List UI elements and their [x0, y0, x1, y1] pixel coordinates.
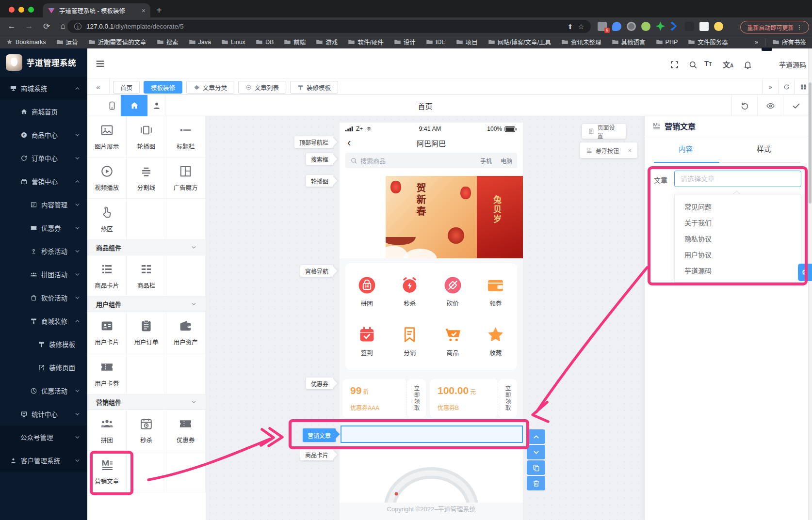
new-tab-button[interactable]: + [156, 4, 162, 16]
collapse-tabs-icon[interactable]: « [87, 79, 110, 95]
bookmark-folder[interactable]: Java [189, 38, 211, 46]
browser-menu-icon[interactable]: ⋮ [797, 24, 802, 31]
component-item[interactable]: 广告魔方 [166, 158, 206, 199]
dropdown-option[interactable]: 芋道源码 [675, 262, 801, 278]
float-button-setting[interactable]: 悬浮按钮 × [580, 142, 637, 158]
sidebar-item[interactable]: 装修模板 [0, 332, 87, 356]
share-icon[interactable]: ⬆ [568, 23, 573, 31]
bookmark-folder[interactable]: 运营 [56, 37, 78, 47]
grid-nav-item[interactable]: 商品 [431, 316, 474, 366]
sidebar-item[interactable]: 商城装修 [0, 309, 87, 332]
minimize-window-button[interactable] [18, 7, 24, 13]
browser-update-button[interactable]: 重新启动即可更新 ⋮ [740, 21, 809, 33]
component-label[interactable]: 宫格导航 [300, 265, 333, 277]
hamburger-icon[interactable] [95, 59, 105, 69]
scrollbar-thumb[interactable] [809, 82, 812, 204]
coupon-card[interactable]: 99折 优惠券AAA 立即领取 [342, 379, 426, 418]
product-card-component[interactable] [340, 448, 523, 503]
component-item[interactable]: 营销文章 [87, 451, 127, 492]
bookmark-folder[interactable]: 近期需要读的文章 [88, 37, 146, 47]
bookmark-folder[interactable]: IDE [426, 38, 446, 46]
bookmarks-overflow-icon[interactable]: » [755, 39, 758, 46]
all-bookmarks-button[interactable]: 所有书签 [772, 37, 806, 47]
search-icon[interactable] [688, 60, 698, 69]
bookmark-folder[interactable]: DB [256, 38, 274, 46]
extension-icon[interactable]: 6 [598, 22, 607, 31]
device-home-tab[interactable] [121, 95, 148, 116]
save-button[interactable] [783, 95, 809, 116]
component-label[interactable]: 搜索框 [306, 153, 333, 165]
close-icon[interactable]: × [628, 147, 632, 154]
copy-component-button[interactable] [527, 460, 545, 475]
extension-icon[interactable] [699, 22, 709, 31]
component-item[interactable]: 用户卡片 [87, 312, 127, 353]
page-tab[interactable]: 文章分类 [186, 81, 234, 94]
bookmark-folder[interactable]: 游戏 [316, 37, 338, 47]
bookmark-folder[interactable]: 其他语言 [612, 37, 646, 47]
bookmark-folder[interactable]: 设计 [394, 37, 416, 47]
coupon-claim-button[interactable]: 立即领取 [406, 379, 426, 418]
component-item[interactable]: 用户资产 [166, 312, 206, 353]
component-label[interactable]: 轮播图 [306, 175, 333, 187]
device-phone-tab[interactable] [104, 95, 121, 116]
extension-icon[interactable] [670, 22, 680, 31]
maximize-window-button[interactable] [28, 7, 34, 13]
emoji-extension-icon[interactable] [714, 22, 723, 31]
component-item[interactable]: 用户订单 [127, 312, 166, 353]
translate-icon[interactable]: 文A [723, 59, 733, 69]
grid-nav-item[interactable]: 收藏 [474, 316, 518, 366]
sidebar-item[interactable]: 商城系统 [0, 77, 87, 100]
site-info-icon[interactable]: i [74, 23, 81, 30]
sidebar-item[interactable]: 客户管理系统 [0, 449, 87, 472]
sidebar-item[interactable]: 内容管理 [0, 193, 87, 216]
grid-nav-item[interactable]: 签到 [345, 316, 389, 366]
page-tab[interactable]: 模板装修 [144, 81, 182, 94]
article-select-input[interactable] [674, 171, 801, 187]
reset-button[interactable] [731, 95, 757, 116]
move-up-button[interactable] [527, 429, 545, 444]
grid-nav-item[interactable]: 拼 拼团 [345, 267, 389, 316]
selected-article-component[interactable] [341, 425, 523, 443]
puzzle-extension-icon[interactable] [685, 22, 694, 31]
bookmark-folder[interactable]: 前端 [284, 37, 306, 47]
sidebar-item[interactable]: P 商品中心 [0, 123, 87, 146]
fullscreen-icon[interactable] [670, 60, 679, 69]
sidebar-item[interactable]: 拼团活动 [0, 263, 87, 286]
hot-keyword[interactable]: 手机 [480, 157, 492, 165]
gear-icon[interactable]: ⚙ [798, 264, 812, 281]
component-label[interactable]: 商品卡片 [300, 449, 333, 460]
grid-nav-item[interactable]: 分销 [389, 316, 432, 366]
bookmark-folder[interactable]: 软件/硬件 [348, 37, 383, 47]
address-bar[interactable]: i 127.0.0.1/diy/template/decorate/5 ⬆ ☆ [67, 20, 591, 33]
component-section-header[interactable]: 用户组件 [87, 297, 206, 312]
back-icon[interactable]: ← [6, 21, 17, 31]
component-item[interactable]: 秒杀 [127, 410, 166, 451]
sidebar-item[interactable]: 订单中心 [0, 146, 87, 170]
tab-style[interactable]: 样式 [757, 143, 771, 154]
font-size-icon[interactable]: TT [704, 59, 712, 67]
move-down-button[interactable] [527, 445, 545, 459]
component-section-header[interactable]: 营销组件 [87, 394, 206, 410]
component-item[interactable]: 分割线 [127, 158, 166, 199]
component-item[interactable]: 视频播放 [87, 158, 127, 199]
sidebar-item[interactable]: 优惠活动 [0, 379, 87, 402]
close-window-button[interactable] [9, 7, 15, 13]
reload-icon[interactable]: ⟳ [41, 21, 52, 32]
component-item[interactable]: 热区 [87, 199, 127, 240]
sidebar-item[interactable]: 统计中心 [0, 402, 87, 425]
component-label[interactable]: 营销文章 [303, 428, 336, 442]
page-settings-button[interactable]: 页面设置 [582, 124, 626, 139]
bookmark-star-icon[interactable]: ☆ [578, 23, 584, 31]
bell-icon[interactable] [743, 60, 752, 69]
component-item[interactable]: 拼团 [87, 410, 127, 451]
sidebar-item[interactable]: 秒杀活动 [0, 239, 87, 263]
bookmark-folder[interactable]: 资讯未整理 [561, 37, 601, 47]
sidebar-item[interactable]: 营销中心 [0, 170, 87, 193]
grid-nav-component[interactable]: 拼 拼团 秒杀 砍价 领券 签到 分销 商品 收藏 [345, 263, 517, 370]
expand-tabs-icon[interactable]: » [762, 79, 778, 95]
dropdown-option[interactable]: 用户协议 [675, 246, 801, 262]
page-tab[interactable]: 装修模板 [290, 81, 338, 94]
dropdown-option[interactable]: 隐私协议 [675, 230, 801, 246]
close-tab-icon[interactable]: × [142, 7, 146, 15]
component-item[interactable]: 优惠券 [166, 410, 206, 451]
